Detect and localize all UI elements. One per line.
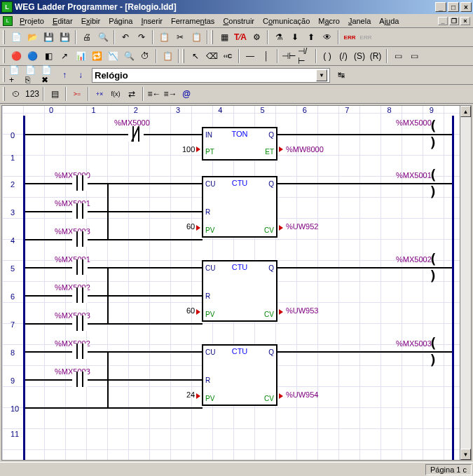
- no-contact-button[interactable]: ⊣⊢: [281, 48, 296, 64]
- ctu1-block[interactable]: CU CTU Q R PV CV: [202, 176, 277, 238]
- open-button[interactable]: 📂: [25, 29, 40, 45]
- mon9-button[interactable]: ⏱: [137, 48, 153, 64]
- ton-block[interactable]: IN TON Q PT ET: [202, 127, 277, 161]
- no-contact-mx5003c[interactable]: [72, 372, 88, 387]
- compile-button[interactable]: ⚙: [249, 29, 264, 45]
- pagedown-button[interactable]: ↓: [73, 67, 88, 83]
- preview-button[interactable]: 🔍: [95, 29, 111, 45]
- page-selector[interactable]: Relógio ▼: [92, 68, 330, 83]
- toolbar-grip-4[interactable]: [182, 49, 184, 63]
- no-contact-mx5003a[interactable]: [72, 231, 88, 247]
- upload-button[interactable]: ⬆: [303, 29, 319, 45]
- mdi-close[interactable]: ×: [460, 17, 470, 25]
- menu-ajuda[interactable]: Ajuda: [375, 15, 403, 27]
- at-button[interactable]: @: [179, 86, 194, 102]
- page-selector-dropdown-icon[interactable]: ▼: [316, 69, 327, 81]
- toolbar-grip-5[interactable]: [3, 68, 5, 82]
- toolbar-grip[interactable]: [3, 30, 5, 44]
- errors2-button[interactable]: ERR: [358, 29, 373, 45]
- menu-inserir[interactable]: Inserir: [137, 15, 167, 27]
- no-contact-mx5002a[interactable]: [72, 287, 88, 303]
- build-button[interactable]: ⚗: [271, 29, 287, 45]
- menu-macro[interactable]: Macro: [314, 15, 344, 27]
- mon3-button[interactable]: ◧: [41, 48, 56, 64]
- nc-contact-mx5000[interactable]: [128, 126, 144, 142]
- fb1-button[interactable]: ▭: [390, 48, 406, 64]
- ctu3-block[interactable]: CU CTU Q R PV CV: [202, 344, 277, 406]
- save-button[interactable]: 💾: [41, 29, 56, 45]
- mon2-button[interactable]: 🔵: [25, 48, 40, 64]
- no-contact-mx5003b[interactable]: [72, 315, 88, 331]
- vertical-scrollbar[interactable]: ▲ ▼: [460, 106, 471, 460]
- move-button[interactable]: ⇄: [124, 86, 139, 102]
- hwire-button[interactable]: —: [242, 48, 258, 64]
- copy-button[interactable]: 📋: [156, 29, 172, 45]
- counter-button[interactable]: 123: [25, 86, 40, 102]
- vwire-button[interactable]: │: [259, 48, 274, 64]
- mon5-button[interactable]: 📊: [73, 48, 88, 64]
- coil-mx5003[interactable]: [429, 344, 447, 359]
- comment-button[interactable]: ‹‹C: [220, 48, 235, 64]
- paste-button[interactable]: 📋: [188, 29, 204, 45]
- coil-mx5000[interactable]: [429, 126, 447, 142]
- rcoil-button[interactable]: (R): [368, 48, 383, 64]
- timer-button[interactable]: ⏲: [8, 86, 24, 102]
- mon8-button[interactable]: 🔍: [121, 48, 137, 64]
- toolbar-grip-6[interactable]: [3, 87, 5, 101]
- coil-mx5002[interactable]: [429, 259, 447, 275]
- coil-button[interactable]: ( ): [320, 48, 335, 64]
- mon7-button[interactable]: 📉: [105, 48, 121, 64]
- menu-janela[interactable]: Janela: [344, 15, 375, 27]
- menu-pagina[interactable]: Página: [104, 15, 137, 27]
- compare-button[interactable]: >=: [69, 86, 85, 102]
- fb2-button[interactable]: ▭: [406, 48, 422, 64]
- rightrow-button[interactable]: ≡→: [163, 86, 178, 102]
- mdi-minimize[interactable]: _: [438, 17, 448, 25]
- pagedel-button[interactable]: 📄✖: [41, 67, 56, 83]
- eraser-button[interactable]: ⌫: [204, 48, 219, 64]
- scroll-up-button[interactable]: ▲: [460, 106, 471, 117]
- mon1-button[interactable]: 🔴: [8, 48, 24, 64]
- func-button[interactable]: f(x): [108, 86, 123, 102]
- scoil-button[interactable]: (S): [352, 48, 367, 64]
- pagedup-button[interactable]: 📄⎘: [25, 67, 40, 83]
- minimize-button[interactable]: _: [435, 2, 446, 12]
- menu-projeto[interactable]: Projeto: [15, 15, 48, 27]
- mon10-button[interactable]: 📋: [160, 48, 175, 64]
- cut-button[interactable]: ✂: [172, 29, 188, 45]
- ladder-grid[interactable]: 0 1 2 3 4 5 6 7 8 9 0 1 2 3 4 5 6 7 8 9 …: [2, 106, 460, 460]
- undo-button[interactable]: ↶: [118, 29, 133, 45]
- menu-comunicacao[interactable]: Comunicação: [259, 15, 314, 27]
- menu-editar[interactable]: Editar: [48, 15, 77, 27]
- ctu2-block[interactable]: CU CTU Q R PV CV: [202, 260, 277, 322]
- nc-contact-button[interactable]: ⊣/⊢: [297, 48, 313, 64]
- mdi-restore[interactable]: ❐: [449, 17, 459, 25]
- toolbar-grip-2[interactable]: [211, 30, 213, 44]
- mon6-button[interactable]: 🔁: [89, 48, 104, 64]
- ncoil-button[interactable]: (/): [336, 48, 351, 64]
- menu-exibir[interactable]: Exibir: [77, 15, 105, 27]
- redo-button[interactable]: ↷: [134, 29, 149, 45]
- print-button[interactable]: 🖨: [79, 29, 95, 45]
- mon4-button[interactable]: ↗: [57, 48, 72, 64]
- menu-construir[interactable]: Construir: [219, 15, 259, 27]
- leftrow-button[interactable]: ≡←: [146, 86, 162, 102]
- maximize-button[interactable]: □: [448, 2, 459, 12]
- menu-ferramentas[interactable]: Ferramentas: [167, 15, 219, 27]
- pagego-button[interactable]: ↹: [334, 67, 349, 83]
- errors-button[interactable]: ERR: [342, 29, 357, 45]
- ladder-editor[interactable]: 0 1 2 3 4 5 6 7 8 9 0 1 2 3 4 5 6 7 8 9 …: [1, 105, 472, 461]
- pointer-button[interactable]: ↖: [188, 48, 203, 64]
- pageadd-button[interactable]: 📄+: [8, 67, 24, 83]
- scroll-down-button[interactable]: ▼: [460, 449, 471, 460]
- no-contact-mx5002b[interactable]: [72, 344, 88, 359]
- close-button[interactable]: ×: [460, 2, 472, 12]
- tag-button[interactable]: T⁄A: [233, 29, 248, 45]
- saveall-button[interactable]: 💾: [57, 29, 72, 45]
- math-button[interactable]: +×: [92, 86, 107, 102]
- table-button[interactable]: ▤: [47, 86, 62, 102]
- no-contact-mx5000[interactable]: [72, 175, 88, 191]
- toolbar-grip-3[interactable]: [3, 49, 5, 63]
- download-button[interactable]: ⬇: [287, 29, 303, 45]
- pageup-button[interactable]: ↑: [57, 67, 72, 83]
